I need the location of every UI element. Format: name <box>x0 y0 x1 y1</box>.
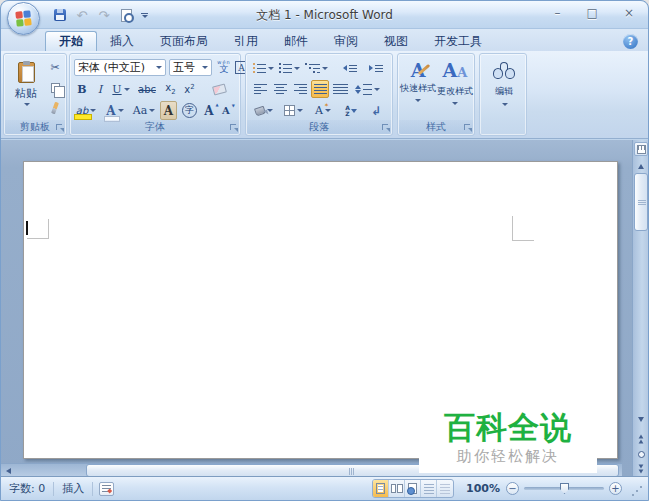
shrink-font-button[interactable]: A▼ <box>218 101 234 120</box>
multilevel-list-button[interactable] <box>303 59 329 77</box>
tab-insert[interactable]: 插入 <box>97 31 147 51</box>
format-painter-button[interactable] <box>45 99 65 116</box>
help-button[interactable]: ? <box>623 34 638 49</box>
tab-review[interactable]: 审阅 <box>321 31 371 51</box>
word-count-status[interactable]: 字数: 0 <box>1 481 53 496</box>
enclose-characters-icon: 字 <box>182 103 197 118</box>
align-left-button[interactable] <box>251 80 269 98</box>
paste-dropdown-arrow[interactable] <box>24 103 30 106</box>
maximize-button[interactable]: □ <box>587 5 598 21</box>
font-color-icon: A <box>106 104 115 118</box>
clear-formatting-button[interactable] <box>208 80 230 98</box>
numbering-button[interactable] <box>277 59 301 77</box>
styles-group-label: 样式 <box>399 120 473 134</box>
web-layout-view-button[interactable] <box>405 480 421 497</box>
zoom-out-button[interactable]: − <box>506 482 519 495</box>
decrease-indent-button[interactable] <box>339 59 361 77</box>
tab-page-layout[interactable]: 页面布局 <box>147 31 221 51</box>
next-page-button[interactable] <box>634 462 648 476</box>
sort-button[interactable]: AZ <box>340 101 362 120</box>
tab-mailings[interactable]: 邮件 <box>271 31 321 51</box>
draft-view-button[interactable] <box>437 480 453 497</box>
scroll-down-button[interactable] <box>634 412 648 426</box>
paragraph-dialog-launcher[interactable] <box>382 124 390 132</box>
subscript-button[interactable]: x2 <box>162 80 179 98</box>
group-styles: A 快速样式 AA 更改样式 样式 <box>397 53 475 136</box>
minimize-button[interactable]: – <box>555 5 561 21</box>
ruler-toggle-button[interactable] <box>634 142 648 156</box>
crop-mark-top-left-h <box>27 238 49 239</box>
superscript-button[interactable]: x2 <box>181 80 198 98</box>
paste-icon <box>18 62 35 83</box>
word-window: ↶ ↷ 文档 1 - Microsoft Word – □ × 开始 插入 页面… <box>0 0 649 501</box>
vertical-scrollbar[interactable] <box>632 140 648 478</box>
scroll-up-button[interactable] <box>634 159 648 173</box>
outline-view-button[interactable] <box>421 480 437 497</box>
window-title: 文档 1 - Microsoft Word <box>1 7 648 24</box>
font-size-select[interactable]: 五号 <box>169 59 212 76</box>
character-shading-button[interactable]: A <box>160 101 177 120</box>
change-styles-button[interactable]: AA 更改样式 <box>437 58 473 120</box>
chevron-down-icon <box>322 67 328 70</box>
justify-button[interactable] <box>311 80 329 98</box>
phonetic-guide-button[interactable]: wén文 <box>215 58 233 76</box>
strikethrough-button[interactable]: abc <box>136 80 158 98</box>
office-button[interactable] <box>7 2 40 35</box>
bullets-button[interactable] <box>251 59 275 77</box>
vertical-scroll-thumb[interactable] <box>634 173 648 231</box>
asian-layout-icon: A <box>315 104 323 117</box>
quick-styles-button[interactable]: A 快速样式 <box>400 58 436 120</box>
distribute-button[interactable] <box>331 80 349 98</box>
underline-button[interactable]: U <box>110 80 132 98</box>
align-center-button[interactable] <box>271 80 289 98</box>
chevron-down-icon <box>415 99 421 102</box>
line-spacing-button[interactable] <box>354 80 380 98</box>
zoom-slider-thumb[interactable] <box>560 483 569 494</box>
crop-mark-top-right-v <box>512 216 513 241</box>
enclose-characters-button[interactable]: 字 <box>180 101 199 120</box>
align-right-button[interactable] <box>291 80 309 98</box>
chevron-down-icon <box>452 102 458 105</box>
styles-dialog-launcher[interactable] <box>464 124 472 132</box>
zoom-in-button[interactable]: + <box>609 482 622 495</box>
clipboard-dialog-launcher[interactable] <box>56 124 64 132</box>
shading-button[interactable] <box>251 101 277 120</box>
window-resize-grip[interactable] <box>630 486 642 498</box>
grow-font-button[interactable]: A▲ <box>201 101 217 120</box>
select-browse-object-button[interactable] <box>634 447 648 461</box>
text-cursor <box>26 221 28 235</box>
watermark-title: 百科全说 <box>444 410 572 444</box>
proofing-status-icon[interactable] <box>99 482 114 496</box>
font-color-button[interactable]: A <box>102 101 128 120</box>
previous-page-button[interactable] <box>634 432 648 446</box>
editing-menu-button[interactable]: 编辑 <box>484 58 524 120</box>
chevron-down-icon <box>502 103 508 106</box>
increase-indent-icon <box>369 65 383 72</box>
zoom-level-label[interactable]: 100% <box>460 482 506 495</box>
increase-indent-button[interactable] <box>365 59 387 77</box>
paste-button[interactable]: 粘贴 <box>9 58 43 120</box>
tab-references[interactable]: 引用 <box>221 31 271 51</box>
print-layout-view-button[interactable] <box>373 480 389 497</box>
font-name-select[interactable]: 宋体 (中文正) <box>74 59 166 76</box>
italic-button[interactable]: I <box>92 80 108 98</box>
close-button[interactable]: × <box>624 5 634 21</box>
asian-layout-button[interactable]: A <box>310 101 336 120</box>
borders-button[interactable] <box>280 101 306 120</box>
bold-button[interactable]: B <box>74 80 90 98</box>
chevron-down-icon <box>202 66 208 69</box>
text-highlight-button[interactable]: ab <box>73 101 99 120</box>
character-shading-icon: A <box>164 104 173 118</box>
tab-view[interactable]: 视图 <box>371 31 421 51</box>
fullscreen-reading-view-button[interactable] <box>389 480 405 497</box>
copy-button[interactable] <box>45 79 65 96</box>
show-hide-marks-button[interactable]: ↲ <box>366 101 386 120</box>
tab-home[interactable]: 开始 <box>45 31 97 51</box>
chevron-down-icon <box>374 88 380 91</box>
change-case-button[interactable]: Aa <box>131 101 157 120</box>
cut-button[interactable]: ✂ <box>45 59 65 76</box>
insert-mode-status[interactable]: 插入 <box>54 481 92 496</box>
zoom-slider-track[interactable] <box>524 487 604 490</box>
tab-developer[interactable]: 开发工具 <box>421 31 495 51</box>
font-dialog-launcher[interactable] <box>230 124 238 132</box>
